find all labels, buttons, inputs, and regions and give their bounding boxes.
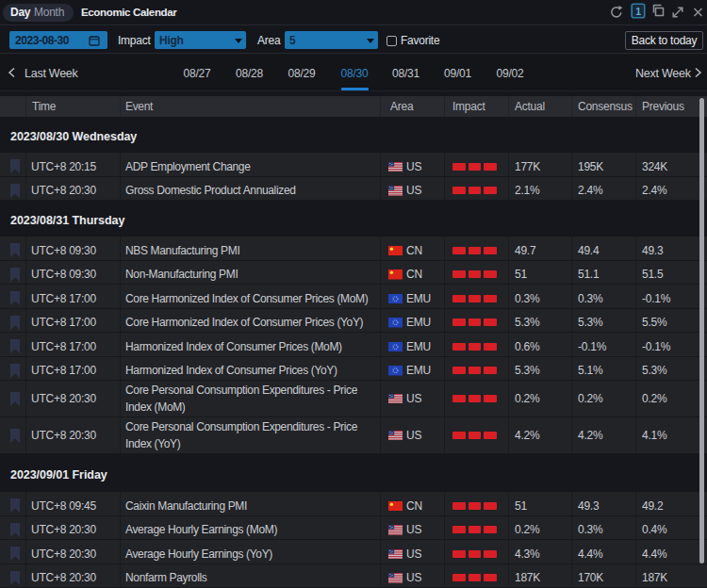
svg-text:1: 1 <box>635 6 641 17</box>
